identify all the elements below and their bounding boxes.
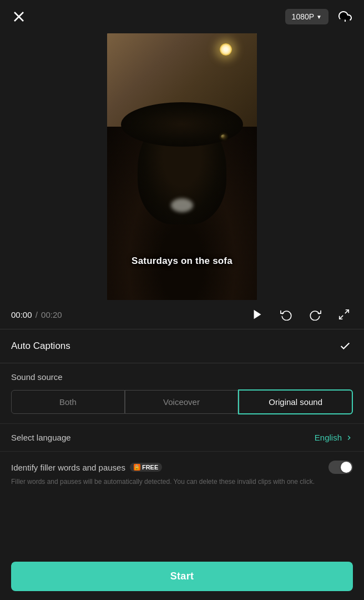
lamp-decoration bbox=[220, 43, 232, 56]
close-button[interactable] bbox=[9, 7, 29, 27]
lock-icon: 🔒 bbox=[134, 464, 140, 471]
filler-title-row: Identify filler words and pauses 🔒 FREE bbox=[11, 463, 162, 472]
language-label: Select language bbox=[11, 433, 71, 442]
language-selector[interactable]: English bbox=[315, 433, 353, 442]
time-total: 00:20 bbox=[41, 310, 62, 319]
video-preview-container: Saturdays on the sofa bbox=[0, 33, 364, 300]
start-button-container: Start bbox=[0, 555, 364, 600]
sound-source-section: Sound source Both Voiceover Original sou… bbox=[0, 363, 364, 423]
header-right: 1080P ▼ bbox=[285, 7, 355, 27]
forward-button[interactable] bbox=[306, 306, 324, 323]
chevron-right-icon bbox=[345, 434, 353, 442]
filler-toggle[interactable] bbox=[328, 461, 353, 474]
svg-marker-3 bbox=[254, 310, 261, 319]
auto-captions-header: Auto Captions bbox=[0, 329, 364, 363]
free-badge-text: FREE bbox=[142, 464, 158, 471]
filler-header: Identify filler words and pauses 🔒 FREE bbox=[11, 461, 353, 474]
chevron-down-icon: ▼ bbox=[316, 14, 322, 20]
sound-both-button[interactable]: Both bbox=[11, 390, 125, 414]
sound-voiceover-button[interactable]: Voiceover bbox=[125, 390, 239, 414]
video-preview: Saturdays on the sofa bbox=[107, 33, 257, 300]
sound-original-button[interactable]: Original sound bbox=[238, 389, 353, 414]
resolution-label: 1080P bbox=[292, 12, 314, 21]
start-button[interactable]: Start bbox=[11, 562, 353, 591]
toggle-thumb bbox=[341, 462, 352, 473]
app-header: 1080P ▼ bbox=[0, 0, 364, 33]
fullscreen-button[interactable] bbox=[335, 306, 353, 323]
language-row: Select language English bbox=[0, 423, 364, 451]
time-separator: / bbox=[33, 310, 41, 319]
dog-white-patch bbox=[171, 198, 193, 212]
rewind-button[interactable] bbox=[277, 306, 295, 323]
play-button[interactable] bbox=[249, 306, 266, 323]
playback-controls bbox=[249, 306, 353, 323]
resolution-button[interactable]: 1080P ▼ bbox=[285, 9, 328, 24]
confirm-button[interactable] bbox=[337, 338, 353, 354]
sound-source-label: Sound source bbox=[11, 372, 353, 382]
controls-bar: 00:00 / 00:20 bbox=[0, 300, 364, 329]
time-current: 00:00 bbox=[11, 310, 32, 319]
svg-line-5 bbox=[340, 316, 343, 319]
filler-words-section: Identify filler words and pauses 🔒 FREE … bbox=[0, 451, 364, 496]
filler-description: Filler words and pauses will be automati… bbox=[11, 477, 353, 487]
filler-title: Identify filler words and pauses bbox=[11, 463, 125, 472]
section-title: Auto Captions bbox=[11, 341, 70, 352]
caption-overlay: Saturdays on the sofa bbox=[107, 256, 257, 267]
free-badge: 🔒 FREE bbox=[130, 463, 162, 472]
upload-button[interactable] bbox=[335, 7, 355, 27]
language-value-text: English bbox=[315, 433, 342, 442]
sound-source-buttons: Both Voiceover Original sound bbox=[11, 389, 353, 414]
svg-line-4 bbox=[345, 310, 348, 313]
caption-text: Saturdays on the sofa bbox=[132, 256, 232, 266]
time-display: 00:00 / 00:20 bbox=[11, 310, 62, 319]
